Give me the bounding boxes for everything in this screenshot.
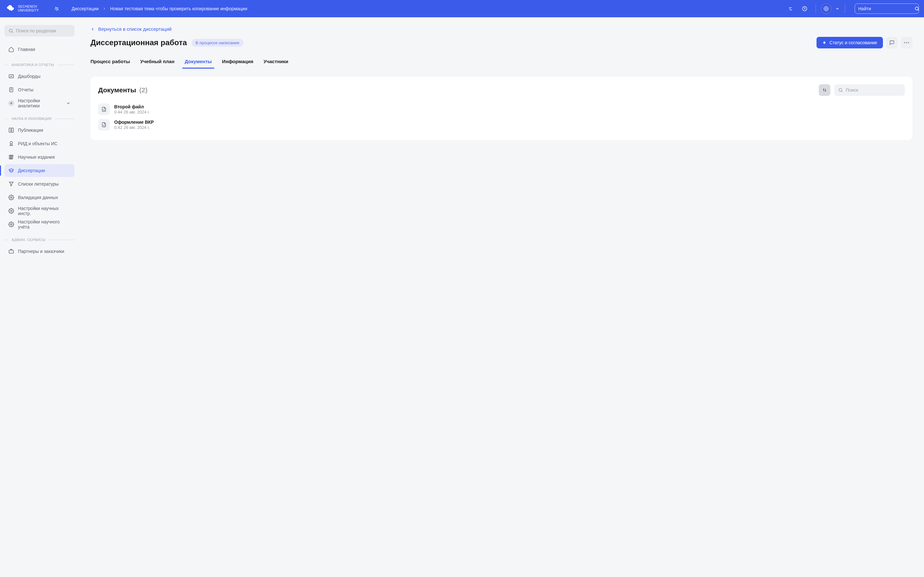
nav-item[interactable]: Отчеты xyxy=(5,83,74,96)
search-icon xyxy=(838,87,843,93)
nav-label: Публикации xyxy=(18,127,43,133)
pdf-icon: PDF xyxy=(98,103,110,115)
svg-point-19 xyxy=(839,89,842,91)
library-icon xyxy=(8,154,14,160)
tab[interactable]: Документы xyxy=(185,56,212,69)
avatar[interactable] xyxy=(821,3,831,14)
logo[interactable]: SECHENOV UNIVERSITY xyxy=(5,4,39,13)
nav-item[interactable]: Научные издания xyxy=(5,151,74,163)
sort-button[interactable] xyxy=(819,84,830,96)
nav-item[interactable]: Партнеры и заказчики xyxy=(5,245,74,258)
back-link[interactable]: Вернуться в список диссертаций xyxy=(90,26,172,32)
main-content: Вернуться в список диссертаций Диссертац… xyxy=(79,17,924,577)
tabs: Процесс работыУчебный планДокументыИнфор… xyxy=(90,56,913,69)
chevron-right-icon xyxy=(102,7,106,11)
svg-point-17 xyxy=(906,42,907,43)
nav-item[interactable]: Валидация данных xyxy=(5,191,74,204)
nav-item[interactable]: Диссертации xyxy=(5,164,74,177)
document-meta: 0.44 26 авг. 2024 г. xyxy=(114,110,150,114)
nav-item[interactable]: Публикации xyxy=(5,124,74,137)
logo-text-2: UNIVERSITY xyxy=(18,9,39,13)
lightning-icon xyxy=(822,40,827,45)
svg-point-1 xyxy=(825,8,827,10)
nav-item[interactable]: Дашборды xyxy=(5,70,74,83)
card-header: Документы (2) xyxy=(98,84,905,96)
logo-text-1: SECHENOV xyxy=(18,5,39,9)
svg-point-4 xyxy=(915,7,918,10)
tab[interactable]: Информация xyxy=(222,56,253,69)
divider xyxy=(816,4,816,13)
document-row[interactable]: PDF Оформление ВКР 0.42 26 авг. 2024 г. xyxy=(98,117,905,132)
nav-label: Научные издания xyxy=(18,155,55,160)
gear2-icon xyxy=(8,208,14,214)
nav-label: Валидация данных xyxy=(18,195,58,200)
header-actions xyxy=(785,3,919,15)
svg-point-2 xyxy=(825,7,828,10)
nav-label: Главная xyxy=(18,47,35,52)
nav-label: Настройки аналитики xyxy=(18,98,62,108)
nav-item[interactable]: РИД и объекты ИС xyxy=(5,137,74,150)
nav-home[interactable]: Главная xyxy=(5,43,74,56)
nav-item[interactable]: Настройки научного учёта xyxy=(5,218,74,231)
logo-icon xyxy=(5,4,15,13)
chevron-left-icon xyxy=(90,27,95,31)
document-row[interactable]: PDF Второй файл 0.44 26 авг. 2024 г. xyxy=(98,102,905,117)
page-header: Диссертационная работа В процессе написа… xyxy=(90,37,913,48)
document-name: Второй файл xyxy=(114,104,150,109)
sidebar-search-input[interactable] xyxy=(16,28,72,33)
nav-section-header: АДМИН. СЕРВИСЫ xyxy=(5,238,74,242)
tab[interactable]: Учебный план xyxy=(140,56,174,69)
briefcase-icon xyxy=(8,248,14,254)
book-icon xyxy=(8,127,14,133)
document-meta: 0.42 26 авг. 2024 г. xyxy=(114,125,153,130)
help-button[interactable] xyxy=(799,3,811,15)
more-button[interactable] xyxy=(901,37,913,48)
docs-search-input[interactable] xyxy=(846,87,902,93)
status-approval-button[interactable]: Статус и согласование xyxy=(817,37,883,48)
sidebar-search[interactable] xyxy=(5,25,74,37)
svg-point-8 xyxy=(11,103,12,104)
nav-item[interactable]: Настройки научных инстр. xyxy=(5,205,74,218)
search-icon xyxy=(8,28,13,33)
document-name: Оформление ВКР xyxy=(114,119,153,125)
app-header: SECHENOV UNIVERSITY Диссертации Новая те… xyxy=(0,0,924,17)
nav-label: Партнеры и заказчики xyxy=(18,249,64,254)
chevron-down-icon xyxy=(66,101,71,105)
award-icon xyxy=(8,141,14,147)
nav-label: Дашборды xyxy=(18,74,40,79)
chevron-down-icon[interactable] xyxy=(835,6,840,11)
tab[interactable]: Процесс работы xyxy=(90,56,130,69)
status-badge: В процессе написания xyxy=(192,39,244,47)
comment-button[interactable] xyxy=(886,37,898,48)
home-icon xyxy=(8,47,14,52)
sidebar: Главная АНАЛИТИКА И ОТЧЕТЫДашбордыОтчеты… xyxy=(0,17,79,577)
nav-item[interactable]: Настройки аналитики xyxy=(5,97,74,110)
global-search[interactable] xyxy=(855,3,919,14)
back-label: Вернуться в список диссертаций xyxy=(98,26,172,32)
svg-rect-15 xyxy=(9,250,13,253)
breadcrumb-root[interactable]: Диссертации xyxy=(71,6,99,11)
svg-text:PDF: PDF xyxy=(103,109,106,111)
pin-button[interactable] xyxy=(52,3,62,14)
nav-item[interactable]: Списки литературы xyxy=(5,177,74,190)
svg-point-12 xyxy=(11,197,12,198)
svg-point-16 xyxy=(905,42,905,43)
nav-label: Отчеты xyxy=(18,87,33,92)
breadcrumb-current[interactable]: Новая тестовая тема чтобы проверить копи… xyxy=(110,6,247,11)
tab[interactable]: Участники xyxy=(263,56,288,69)
nav-label: РИД и объекты ИС xyxy=(18,141,57,146)
search-icon xyxy=(914,6,919,11)
report-icon xyxy=(8,87,14,93)
global-search-input[interactable] xyxy=(858,6,914,11)
svg-point-18 xyxy=(908,42,909,43)
docs-search[interactable] xyxy=(834,84,905,96)
button-label: Статус и согласование xyxy=(829,40,877,45)
documents-card: Документы (2) PDF xyxy=(90,77,913,140)
svg-rect-6 xyxy=(9,75,13,78)
divider xyxy=(845,4,845,13)
settings-button[interactable] xyxy=(785,3,796,15)
nav-section-header: АНАЛИТИКА И ОТЧЕТЫ xyxy=(5,63,74,67)
svg-point-14 xyxy=(11,224,12,226)
svg-point-9 xyxy=(10,141,13,144)
card-tools xyxy=(819,84,905,96)
